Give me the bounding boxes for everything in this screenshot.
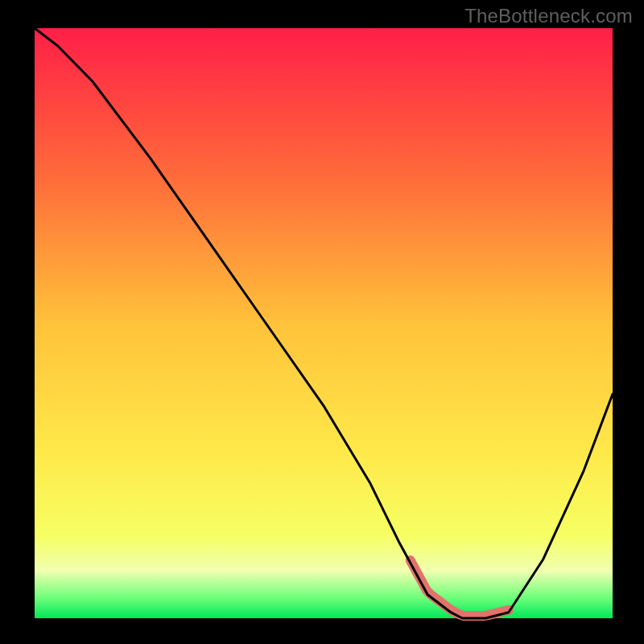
plot-area bbox=[35, 28, 613, 618]
watermark-text: TheBottleneck.com bbox=[464, 5, 633, 27]
chart-frame: TheBottleneck.com bbox=[0, 0, 644, 644]
bottleneck-chart bbox=[0, 0, 644, 644]
